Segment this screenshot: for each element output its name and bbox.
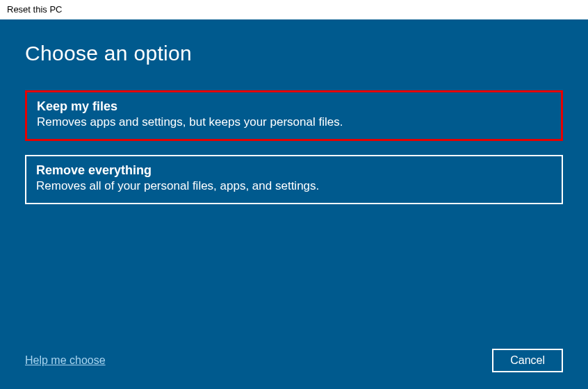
- help-me-choose-link[interactable]: Help me choose: [25, 354, 106, 367]
- option-keep-my-files[interactable]: Keep my files Removes apps and settings,…: [25, 90, 563, 141]
- cancel-button[interactable]: Cancel: [492, 349, 563, 372]
- option-remove-everything[interactable]: Remove everything Removes all of your pe…: [25, 155, 563, 204]
- page-title: Choose an option: [25, 42, 563, 65]
- option-desc: Removes apps and settings, but keeps you…: [37, 115, 551, 129]
- option-desc: Removes all of your personal files, apps…: [36, 179, 552, 193]
- dialog-footer: Help me choose Cancel: [25, 349, 563, 372]
- option-title: Keep my files: [37, 99, 551, 114]
- titlebar: Reset this PC: [0, 0, 588, 19]
- option-title: Remove everything: [36, 163, 552, 178]
- reset-dialog: Choose an option Keep my files Removes a…: [0, 19, 588, 389]
- window-title: Reset this PC: [7, 4, 62, 15]
